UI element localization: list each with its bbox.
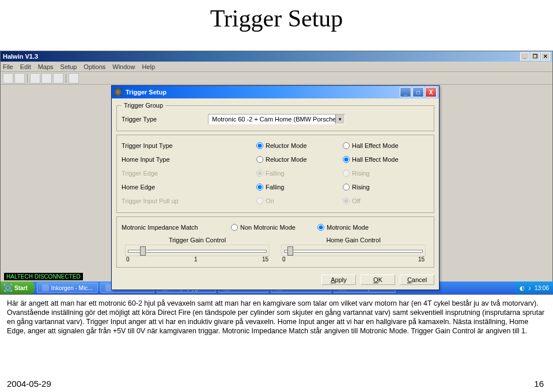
toolbar-button[interactable] [30, 73, 40, 83]
app-minimize-button[interactable]: _ [520, 52, 529, 60]
slider-thumb[interactable] [140, 246, 146, 256]
menu-window[interactable]: Window [112, 63, 135, 70]
app-close-button[interactable]: ✕ [541, 52, 550, 60]
menu-help[interactable]: Help [142, 63, 155, 70]
impedance-non-motronic[interactable]: Non Motronic Mode [231, 224, 317, 231]
option-radio-1[interactable]: Falling [256, 184, 343, 191]
app-title: Halwin V1.3 [3, 53, 38, 60]
slider-title: Trigger Gain Control [125, 237, 270, 243]
menu-file[interactable]: File [3, 63, 13, 70]
option-row: Home Input TypeReluctor ModeHall Effect … [122, 153, 429, 166]
option-label: Trigger Input Pull up [122, 197, 208, 204]
dialog-title: Trigger Setup [126, 89, 166, 96]
option-label: Home Edge [122, 184, 208, 191]
impedance-fieldset: Motronic Impedance Match Non Motronic Mo… [116, 216, 434, 268]
trigger-group-fieldset: Trigger Group Trigger Type Motronic 60 -… [116, 102, 434, 131]
toolbar-button[interactable] [14, 73, 25, 83]
option-radio-2: Off [343, 197, 429, 204]
option-radio-2[interactable]: Rising [343, 184, 429, 191]
app-titlebar: Halwin V1.3 _ ❐ ✕ [1, 51, 552, 62]
clock: 13:06 [535, 285, 549, 291]
option-row: Trigger EdgeFallingRising [122, 166, 429, 180]
app-toolbar [1, 72, 552, 85]
apply-button[interactable]: Apply [321, 275, 356, 285]
cancel-button[interactable]: Cancel [400, 275, 434, 285]
ok-button[interactable]: OK [361, 275, 395, 285]
toolbar-button[interactable] [41, 73, 52, 83]
option-row: Trigger Input Pull upOnOff [122, 194, 429, 208]
taskbar-item[interactable]: Inkorgen - Mic... [37, 283, 98, 293]
tray-icon[interactable]: ◐ [520, 285, 525, 291]
description-text: Här är angett att man har ett motronic 6… [7, 299, 546, 336]
option-label: Home Input Type [122, 156, 208, 163]
option-row: Home EdgeFallingRising [122, 180, 429, 194]
trigger-type-combo[interactable]: Motronic 60 -2 + Cam Home (BMW Porsche) [208, 114, 345, 124]
app-restore-button[interactable]: ❐ [531, 52, 540, 60]
haltech-status: HALTECH DISCONNECTED [4, 273, 83, 280]
footer-date: 2004-05-29 [7, 379, 51, 389]
dialog-maximize-button[interactable]: □ [412, 87, 424, 97]
trigger-type-value: Motronic 60 -2 + Cam Home (BMW Porsche) [209, 116, 335, 123]
option-radio-1: Falling [256, 170, 343, 177]
slider-thumb[interactable] [287, 246, 293, 256]
dialog-titlebar: Trigger Setup _ □ X [112, 86, 439, 98]
option-radio-2[interactable]: Hall Effect Mode [343, 156, 429, 163]
menu-edit[interactable]: Edit [20, 63, 31, 70]
trigger-setup-dialog: Trigger Setup _ □ X Trigger Group Trigge… [111, 85, 440, 290]
option-label: Trigger Input Type [122, 142, 208, 149]
dialog-icon [114, 88, 122, 96]
option-label: Trigger Edge [122, 170, 208, 177]
start-button[interactable]: Start [1, 281, 35, 294]
dialog-close-button[interactable]: X [425, 87, 437, 97]
menu-setup[interactable]: Setup [60, 63, 77, 70]
app-menubar: File Edit Maps Setup Options Window Help [1, 62, 552, 72]
toolbar-button[interactable] [69, 73, 79, 83]
impedance-motronic[interactable]: Motronic Mode [317, 224, 404, 231]
system-tray[interactable]: ◐ ♪ 13:06 [515, 281, 553, 294]
menu-options[interactable]: Options [84, 63, 105, 70]
slider-title: Home Gain Control [281, 237, 426, 243]
impedance-label: Motronic Impedance Match [122, 224, 231, 231]
chevron-down-icon[interactable] [335, 115, 344, 124]
page-title: Trigger Setup [0, 0, 553, 35]
option-row: Trigger Input TypeReluctor ModeHall Effe… [122, 139, 429, 153]
toolbar-button[interactable] [3, 73, 13, 83]
option-radio-2[interactable]: Hall Effect Mode [343, 142, 429, 149]
app-icon [42, 284, 49, 291]
option-radio-2: Rising [343, 170, 429, 177]
tray-icon[interactable]: ♪ [528, 285, 531, 291]
trigger-gain-slider[interactable]: Trigger Gain Control 0115 [125, 237, 270, 262]
trigger-options-fieldset: Trigger Input TypeReluctor ModeHall Effe… [116, 135, 434, 213]
option-radio-1[interactable]: Reluctor Mode [256, 142, 343, 149]
trigger-type-label: Trigger Type [122, 116, 208, 123]
toolbar-button[interactable] [53, 73, 63, 83]
menu-maps[interactable]: Maps [38, 63, 54, 70]
dialog-minimize-button[interactable]: _ [400, 87, 411, 97]
footer-page: 16 [534, 379, 544, 389]
option-radio-1: On [256, 197, 343, 204]
home-gain-slider[interactable]: Home Gain Control 015 [281, 237, 426, 262]
option-radio-1[interactable]: Reluctor Mode [256, 156, 343, 163]
trigger-group-legend: Trigger Group [122, 102, 165, 109]
